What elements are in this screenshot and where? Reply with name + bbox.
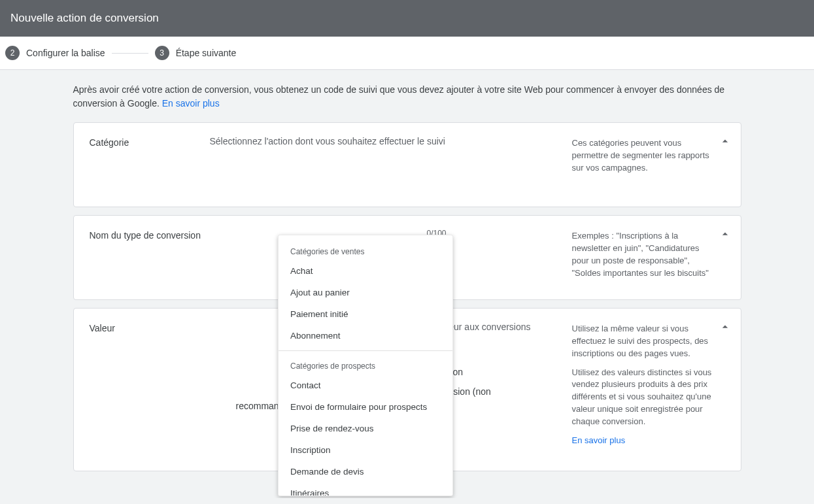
step-label-2: Configurer la balise bbox=[26, 48, 105, 58]
category-help: Ces catégories peuvent vous permettre de… bbox=[572, 136, 741, 175]
page-title: Nouvelle action de conversion bbox=[10, 12, 159, 24]
value-help: Utilisez la même valeur si vous effectue… bbox=[572, 322, 741, 447]
dropdown-item-envoi-formulaire[interactable]: Envoi de formulaire pour prospects bbox=[279, 396, 452, 418]
chevron-up-icon[interactable] bbox=[719, 227, 732, 243]
dropdown-group-sales: Catégories de ventes bbox=[279, 241, 452, 260]
dropdown-item-achat[interactable]: Achat bbox=[279, 260, 452, 282]
dropdown-item-ajout-panier[interactable]: Ajout au panier bbox=[279, 282, 452, 303]
learn-more-link[interactable]: En savoir plus bbox=[162, 98, 220, 109]
name-label: Nom du type de conversion bbox=[74, 229, 205, 241]
dropdown-item-itineraires[interactable]: Itinéraires bbox=[279, 482, 452, 496]
step-configure-tag[interactable]: 2 Configurer la balise bbox=[5, 46, 105, 60]
dropdown-group-leads: Catégories de prospects bbox=[279, 355, 452, 375]
card-category: Catégorie Sélectionnez l'action dont vou… bbox=[73, 122, 741, 207]
value-help-1: Utilisez la même valeur si vous effectue… bbox=[572, 323, 712, 360]
step-connector bbox=[112, 53, 148, 54]
value-label: Valeur bbox=[74, 322, 205, 333]
step-badge-2: 2 bbox=[5, 46, 20, 60]
step-next[interactable]: 3 Étape suivante bbox=[155, 46, 237, 60]
name-help: Exemples : "Inscriptions à la newsletter… bbox=[572, 229, 741, 279]
main-scroll[interactable]: Créer une action de conversion pour votr… bbox=[0, 70, 814, 498]
page-header: Nouvelle action de conversion bbox=[0, 0, 814, 37]
step-badge-3: 3 bbox=[155, 46, 169, 60]
dropdown-item-contact[interactable]: Contact bbox=[279, 375, 452, 396]
dropdown-item-inscription[interactable]: Inscription bbox=[279, 439, 452, 461]
category-select[interactable]: Sélectionnez l'action dont vous souhaite… bbox=[210, 136, 572, 146]
value-help-2: Utilisez des valeurs distinctes si vous … bbox=[572, 367, 712, 428]
category-dropdown: Catégories de ventes Achat Ajout au pani… bbox=[278, 235, 453, 496]
chevron-up-icon[interactable] bbox=[719, 320, 732, 336]
step-label-3: Étape suivante bbox=[176, 48, 237, 58]
stepper: 2 Configurer la balise 3 Étape suivante bbox=[0, 37, 814, 70]
dropdown-item-paiement-initie[interactable]: Paiement initié bbox=[279, 303, 452, 325]
chevron-up-icon[interactable] bbox=[719, 135, 732, 150]
dropdown-item-demande-devis[interactable]: Demande de devis bbox=[279, 461, 452, 482]
dropdown-item-prise-rdv[interactable]: Prise de rendez-vous bbox=[279, 418, 452, 439]
category-label: Catégorie bbox=[74, 136, 205, 148]
dropdown-divider bbox=[279, 350, 452, 351]
value-learn-more-link[interactable]: En savoir plus bbox=[572, 435, 626, 445]
dropdown-item-abonnement[interactable]: Abonnement bbox=[279, 325, 452, 346]
section-description: Après avoir créé votre action de convers… bbox=[73, 83, 741, 110]
